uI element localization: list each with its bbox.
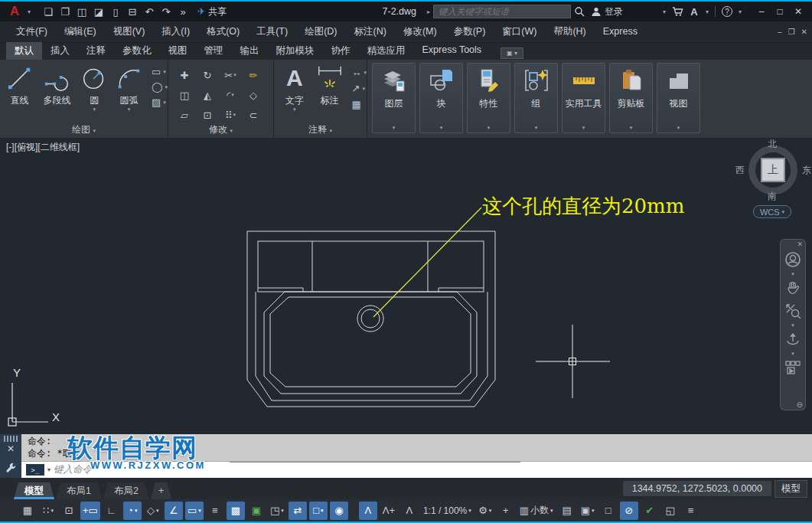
- ortho-mode-toggle[interactable]: ∟: [103, 502, 121, 520]
- wrench-icon[interactable]: [5, 462, 17, 473]
- graphics-performance-toggle[interactable]: □: [599, 502, 618, 520]
- mirror-tool[interactable]: ◭: [196, 85, 219, 105]
- menu-item-11[interactable]: 帮助(H): [545, 21, 594, 42]
- annotation-monitor-toggle[interactable]: +: [497, 502, 515, 520]
- command-window-grip[interactable]: ✕: [0, 434, 21, 478]
- viewcube-east-label[interactable]: 东: [802, 164, 811, 177]
- layout-tab-模型[interactable]: 模型: [14, 482, 54, 499]
- properties-dropdown-icon[interactable]: ▾: [488, 126, 491, 130]
- modify-panel-label[interactable]: 修改 ▾: [168, 123, 273, 136]
- workspace-gear-button[interactable]: ⚙▾: [476, 502, 494, 520]
- help-arrow-icon[interactable]: ▾: [735, 4, 745, 19]
- hatch-tool-dropdown-icon[interactable]: ▾: [163, 100, 166, 105]
- arc-dropdown-icon[interactable]: ▾: [128, 107, 131, 112]
- array-tool[interactable]: ⠿▾: [219, 105, 242, 125]
- menu-item-10[interactable]: 窗口(W): [494, 21, 545, 42]
- polar-tracking-toggle[interactable]: ◔▾: [123, 502, 142, 520]
- transparency-toggle[interactable]: ▩: [227, 502, 245, 520]
- ellipse-tool[interactable]: ◯▾: [152, 81, 168, 93]
- mobile-icon[interactable]: ▯: [107, 4, 124, 19]
- ribbon-tab-4[interactable]: 视图: [160, 42, 196, 60]
- doc-close-icon[interactable]: ✕: [801, 28, 807, 36]
- dimension-line-tool[interactable]: ↔▾: [351, 67, 367, 78]
- move-tool[interactable]: ✚: [173, 65, 196, 85]
- maximize-button[interactable]: □: [771, 4, 789, 19]
- ribbon-tab-9[interactable]: 精选应用: [359, 42, 414, 60]
- isolate-objects-toggle[interactable]: ⊘: [620, 502, 638, 520]
- open-file-icon[interactable]: ❐: [57, 4, 73, 19]
- ribbon-tab-7[interactable]: 附加模块: [268, 42, 323, 60]
- object-snap-toggle[interactable]: ▭▾: [185, 502, 204, 520]
- autodesk-app-arrow-icon[interactable]: ▾: [703, 4, 712, 19]
- dimension-line-tool-dropdown-icon[interactable]: ▾: [364, 70, 367, 75]
- offset-tool[interactable]: ⊂: [242, 105, 265, 125]
- circle-button[interactable]: 圆 ▾: [78, 62, 111, 112]
- lock-ui-button[interactable]: ▣▾: [579, 502, 597, 520]
- menu-item-8[interactable]: 修改(M): [395, 21, 445, 42]
- block-dropdown-icon[interactable]: ▾: [440, 126, 443, 130]
- share-button[interactable]: ✈ 共享: [197, 5, 227, 18]
- clipboard-dropdown-icon[interactable]: ▾: [630, 126, 633, 130]
- navbar-close-icon[interactable]: ✕: [797, 240, 803, 248]
- app-logo-icon[interactable]: A: [5, 4, 24, 19]
- ribbon-panel-layers[interactable]: 图层▾: [372, 63, 416, 133]
- text-dropdown-icon[interactable]: ▾: [293, 107, 296, 112]
- rotate-tool[interactable]: ↻: [196, 65, 219, 85]
- ribbon-panel-group[interactable]: 组▾: [514, 63, 558, 133]
- undo-icon[interactable]: ↶: [141, 4, 158, 19]
- menu-item-12[interactable]: Express: [595, 21, 646, 42]
- hatch-tool[interactable]: ▨▾: [152, 96, 168, 108]
- gizmo-toggle[interactable]: ◉: [330, 502, 348, 520]
- save-icon[interactable]: ◫: [73, 4, 90, 19]
- ribbon-minimize-button[interactable]: ▣ ▾: [501, 47, 523, 59]
- stretch-tool[interactable]: ▱: [173, 105, 196, 125]
- group-dropdown-icon[interactable]: ▾: [535, 126, 538, 130]
- annotate-panel-label[interactable]: 注释 ▾: [274, 123, 367, 136]
- layout-tab-布局2[interactable]: 布局2: [103, 482, 149, 499]
- command-input-placeholder[interactable]: 键入命令: [54, 463, 92, 476]
- fillet-tool[interactable]: ◜▾: [219, 85, 242, 105]
- command-input-row[interactable]: >_ ▾ 键入命令: [21, 461, 812, 478]
- viewcube-top-face[interactable]: 上: [761, 158, 785, 182]
- new-file-icon[interactable]: ❏: [40, 4, 57, 19]
- ribbon-panel-block[interactable]: 块▾: [419, 63, 463, 133]
- osnap-tracking-toggle[interactable]: ∠: [165, 502, 183, 520]
- dynamic-input-toggle[interactable]: +▭: [80, 502, 100, 520]
- more-icon[interactable]: »: [174, 4, 191, 19]
- orbit-icon[interactable]: [784, 328, 801, 351]
- explode-tool[interactable]: ◇: [242, 85, 265, 105]
- navbar-orbit-dropdown-icon[interactable]: ▾: [791, 351, 794, 356]
- command-dropdown-icon[interactable]: ▾: [47, 466, 51, 473]
- pan-hand-icon[interactable]: [785, 276, 801, 299]
- new-layout-button[interactable]: +: [151, 482, 171, 499]
- doc-restore-icon[interactable]: ❐: [788, 28, 795, 36]
- circle-dropdown-icon[interactable]: ▾: [93, 107, 96, 112]
- menu-item-1[interactable]: 编辑(E): [56, 21, 105, 42]
- tools-dropdown-icon[interactable]: ▾: [582, 126, 585, 130]
- minimize-button[interactable]: –: [752, 4, 771, 19]
- menu-item-4[interactable]: 格式(O): [198, 21, 248, 42]
- grid-display-toggle[interactable]: ▦: [18, 502, 37, 520]
- scale-tool[interactable]: ⊡: [196, 105, 219, 125]
- table-tool[interactable]: ▦: [351, 99, 367, 110]
- help-icon[interactable]: ?: [719, 4, 735, 19]
- doc-minimize-icon[interactable]: –: [778, 28, 782, 36]
- viewcube-north-label[interactable]: 北: [768, 138, 777, 151]
- save-as-icon[interactable]: ◪: [90, 4, 107, 19]
- menu-item-2[interactable]: 视图(V): [105, 21, 154, 42]
- grip-dots-icon[interactable]: [4, 436, 18, 442]
- selection-filtering-toggle[interactable]: □▾: [309, 502, 328, 520]
- leader-tool[interactable]: ↗▾: [351, 83, 367, 94]
- trim-tool[interactable]: ✂▾: [219, 65, 242, 85]
- snap-mode-toggle[interactable]: ∷▾: [39, 502, 57, 520]
- copy-tool[interactable]: ◫: [173, 85, 196, 105]
- text-button[interactable]: A 文字 ▾: [277, 62, 312, 112]
- ribbon-tab-2[interactable]: 注释: [78, 42, 114, 60]
- menu-item-0[interactable]: 文件(F): [8, 21, 56, 42]
- leader-tool-dropdown-icon[interactable]: ▾: [362, 87, 365, 91]
- menu-item-5[interactable]: 工具(T): [248, 21, 296, 42]
- store-cart-icon[interactable]: [669, 4, 686, 19]
- user-icon[interactable]: [588, 4, 605, 19]
- ribbon-tab-10[interactable]: Express Tools: [414, 42, 491, 60]
- viewcube-west-label[interactable]: 西: [735, 164, 745, 177]
